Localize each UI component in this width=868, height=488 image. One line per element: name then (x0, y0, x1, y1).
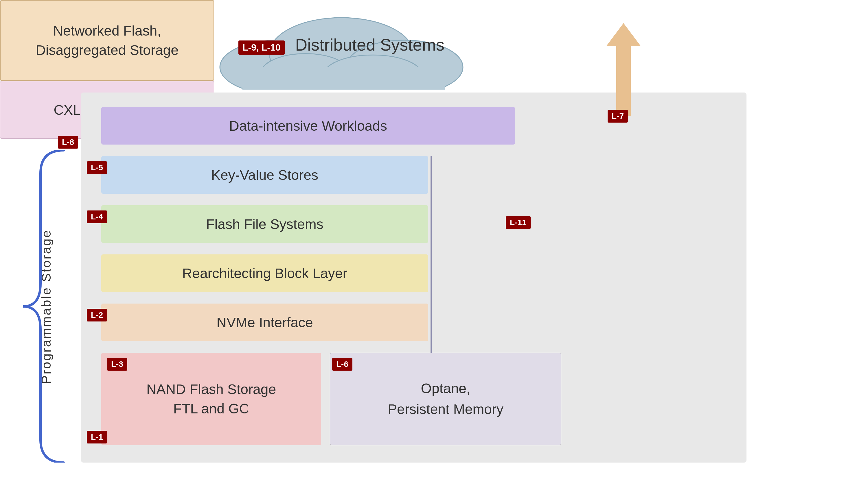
badge-l5: L-5 (87, 161, 107, 174)
nand-text-line1: NAND Flash Storage (146, 380, 276, 399)
layer-nand: NAND Flash Storage FTL and GC (101, 353, 321, 445)
layer-block: Rearchitecting Block Layer (101, 254, 428, 292)
badge-l4: L-4 (87, 210, 107, 223)
optane-text-line2: Persistent Memory (388, 399, 503, 420)
diagram-container: L-9, L-10 Distributed Systems Data-inten… (0, 0, 868, 488)
svg-marker-8 (606, 23, 641, 46)
brace-text: Programmable Storage (18, 150, 75, 462)
svg-rect-5 (243, 67, 445, 90)
networked-text-line2: Disaggregated Storage (36, 40, 179, 60)
nvme-text: NVMe Interface (216, 315, 313, 330)
workloads-text: Data-intensive Workloads (229, 118, 387, 134)
badge-l3: L-3 (107, 358, 127, 370)
layer-nvme: NVMe Interface (101, 303, 428, 341)
nand-text-line2: FTL and GC (173, 399, 249, 418)
flash-text: Flash File Systems (206, 216, 323, 232)
brace-container: Programmable Storage (18, 150, 75, 462)
badge-l2: L-2 (87, 309, 107, 322)
svg-rect-7 (616, 40, 631, 116)
badge-l11: L-11 (506, 216, 531, 229)
up-arrow (606, 23, 641, 116)
badge-l7: L-7 (608, 110, 628, 123)
badge-l8: L-8 (58, 136, 78, 149)
networked-text-line1: Networked Flash, (53, 21, 161, 40)
block-text: Rearchitecting Block Layer (182, 265, 347, 281)
optane-text-line1: Optane, (421, 378, 470, 399)
badge-l6: L-6 (332, 358, 352, 370)
kv-text: Key-Value Stores (211, 167, 318, 183)
layer-flash: Flash File Systems (101, 205, 428, 243)
cloud-shape: L-9, L-10 Distributed Systems (168, 9, 515, 90)
layer-workloads: Data-intensive Workloads (101, 107, 515, 144)
programmable-storage-label: Programmable Storage (39, 229, 54, 384)
layer-kv: Key-Value Stores (101, 156, 428, 194)
layer-optane: Optane, Persistent Memory (330, 353, 561, 445)
badge-l1: L-1 (87, 431, 107, 444)
